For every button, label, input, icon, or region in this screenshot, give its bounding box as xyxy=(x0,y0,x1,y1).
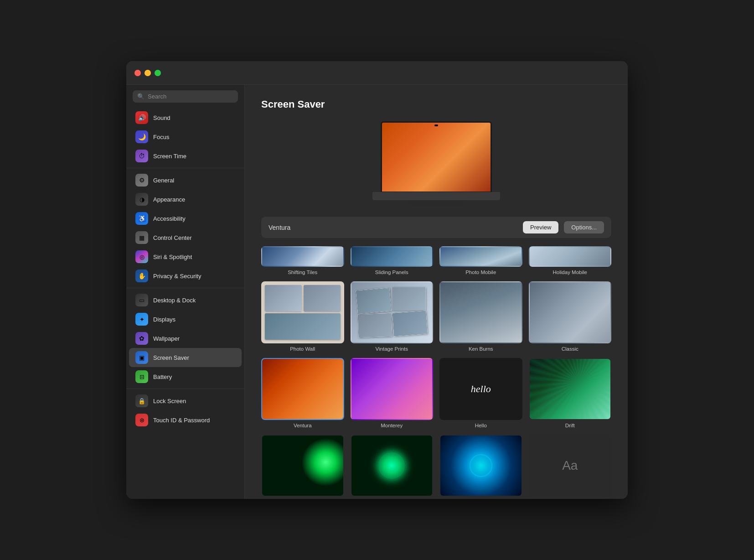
privacy-icon: ✋ xyxy=(135,270,148,282)
grid-item-photo-mobile[interactable]: Photo Mobile xyxy=(439,246,522,275)
sidebar-item-wallpaper[interactable]: ✿ Wallpaper xyxy=(129,329,242,348)
traffic-lights xyxy=(134,70,161,76)
screensaver-icon: ▣ xyxy=(135,351,148,364)
sidebar-item-label: Screen Saver xyxy=(153,354,189,361)
grid-item-monterey[interactable]: Monterey xyxy=(351,358,434,428)
search-box[interactable]: 🔍 Search xyxy=(133,90,238,103)
screentime-icon: ⏱ xyxy=(135,150,148,162)
arabesque-visual xyxy=(351,436,433,496)
sidebar-item-label: Accessibility xyxy=(153,215,186,222)
thumb-arabesque xyxy=(351,435,434,497)
grid-item-hello[interactable]: hello Hello xyxy=(439,358,522,428)
search-container: 🔍 Search xyxy=(126,90,244,108)
displays-icon: ✦ xyxy=(135,313,148,326)
sidebar-item-label: Touch ID & Password xyxy=(153,417,210,424)
thumb-photo-wall xyxy=(261,281,344,343)
thumb-monterey xyxy=(351,358,434,420)
lockscreen-icon: 🔒 xyxy=(135,394,148,407)
grid-item-label: Ken Burns xyxy=(469,346,493,352)
minimize-button[interactable] xyxy=(145,70,151,76)
grid-item-label: Classic xyxy=(562,346,578,352)
grid-item-arabesque[interactable]: Arabesque xyxy=(351,435,434,499)
sidebar-item-label: Displays xyxy=(153,316,176,323)
sidebar-item-general[interactable]: ⚙ General xyxy=(129,171,242,190)
sidebar-item-label: Control Center xyxy=(153,234,192,241)
options-button[interactable]: Options... xyxy=(564,221,604,233)
flurry-visual xyxy=(262,436,343,496)
sidebar-item-privacy[interactable]: ✋ Privacy & Security xyxy=(129,266,242,285)
sidebar: 🔍 Search 🔊 Sound 🌙 Focus ⏱ xyxy=(126,85,245,499)
grid-item-shifting-tiles[interactable]: Shifting Tiles xyxy=(261,246,344,275)
sidebar-item-label: Siri & Spotlight xyxy=(153,254,192,260)
sidebar-item-lockscreen[interactable]: 🔒 Lock Screen xyxy=(129,391,242,410)
touchid-icon: ⊛ xyxy=(135,414,148,426)
focus-icon: 🌙 xyxy=(135,130,148,143)
grid-item-sliding-panels[interactable]: Sliding Panels xyxy=(351,246,434,275)
thumb-sliding-panels xyxy=(351,246,434,267)
drift-visual xyxy=(530,359,611,419)
settings-window: 🔍 Search 🔊 Sound 🌙 Focus ⏱ xyxy=(126,61,628,499)
thumb-holiday-mobile xyxy=(529,246,612,267)
accessibility-icon: ♿ xyxy=(135,212,148,225)
grid-item-holiday-mobile[interactable]: Holiday Mobile xyxy=(529,246,612,275)
sidebar-item-desktop[interactable]: ▭ Desktop & Dock xyxy=(129,290,242,310)
sidebar-item-controlcenter[interactable]: ▦ Control Center xyxy=(129,228,242,247)
sidebar-divider xyxy=(126,168,244,168)
sidebar-item-label: Screen Time xyxy=(153,153,186,160)
hello-text-display: hello xyxy=(471,383,491,395)
preview-button[interactable]: Preview xyxy=(523,221,558,233)
grid-item-label: Sliding Panels xyxy=(375,270,408,275)
sidebar-item-screensaver[interactable]: ▣ Screen Saver xyxy=(129,348,242,367)
sidebar-item-screentime[interactable]: ⏱ Screen Time xyxy=(129,146,242,166)
thumb-shell xyxy=(439,435,522,497)
thumb-photo-mobile xyxy=(439,246,522,267)
sidebar-item-touchid[interactable]: ⊛ Touch ID & Password xyxy=(129,410,242,430)
thumb-vintage-prints xyxy=(351,281,434,343)
grid-item-label: Monterey xyxy=(381,423,403,428)
thumb-ken-burns xyxy=(439,281,522,343)
grid-item-shell[interactable]: Shell xyxy=(439,435,522,499)
search-icon: 🔍 xyxy=(137,93,145,100)
sidebar-item-label: Battery xyxy=(153,373,172,380)
shell-visual xyxy=(440,436,522,496)
window-content: 🔍 Search 🔊 Sound 🌙 Focus ⏱ xyxy=(126,85,628,499)
grid-item-vintage-prints[interactable]: Vintage Prints xyxy=(351,281,434,352)
grid-item-label: Hello xyxy=(475,423,487,428)
sidebar-item-accessibility[interactable]: ♿ Accessibility xyxy=(129,209,242,228)
grid-item-photo-wall[interactable]: Photo Wall xyxy=(261,281,344,352)
grid-item-label: Shifting Tiles xyxy=(288,270,317,275)
sidebar-item-label: Privacy & Security xyxy=(153,273,201,280)
laptop-screen xyxy=(381,121,492,193)
search-placeholder: Search xyxy=(148,93,166,100)
grid-item-flurry[interactable]: Flurry xyxy=(261,435,344,499)
close-button[interactable] xyxy=(134,70,141,76)
grid-item-drift[interactable]: Drift xyxy=(529,358,612,428)
maximize-button[interactable] xyxy=(155,70,161,76)
sidebar-item-appearance[interactable]: ◑ Appearance xyxy=(129,190,242,209)
message-aa-text: Aa xyxy=(562,458,578,473)
grid-item-label: Holiday Mobile xyxy=(553,270,587,275)
thumb-message: Aa xyxy=(529,435,612,497)
main-content: Screen Saver Ventura Preview Options... xyxy=(245,85,628,499)
sidebar-item-battery[interactable]: ⊟ Battery xyxy=(129,367,242,386)
grid-item-classic[interactable]: Classic xyxy=(529,281,612,352)
grid-item-ventura[interactable]: Ventura xyxy=(261,358,344,428)
desktop-icon: ▭ xyxy=(135,294,148,306)
sidebar-item-siri[interactable]: ◎ Siri & Spotlight xyxy=(129,247,242,266)
thumb-hello: hello xyxy=(439,358,522,420)
battery-icon: ⊟ xyxy=(135,370,148,383)
sidebar-item-label: Desktop & Dock xyxy=(153,297,196,304)
sidebar-divider-3 xyxy=(126,389,244,389)
top-partial-row: Shifting Tiles Sliding Panels Photo Mobi… xyxy=(261,246,611,275)
selected-saver-label: Ventura xyxy=(269,224,517,231)
shell-spiral xyxy=(470,454,492,477)
grid-item-message[interactable]: Aa Message xyxy=(529,435,612,499)
grid-item-ken-burns[interactable]: Ken Burns xyxy=(439,281,522,352)
preview-area xyxy=(261,121,611,206)
sidebar-item-sound[interactable]: 🔊 Sound xyxy=(129,108,242,127)
selector-bar: Ventura Preview Options... xyxy=(261,217,611,238)
grid-item-label: Drift xyxy=(565,423,575,428)
sidebar-item-label: Wallpaper xyxy=(153,335,180,342)
sidebar-item-focus[interactable]: 🌙 Focus xyxy=(129,127,242,146)
sidebar-item-displays[interactable]: ✦ Displays xyxy=(129,310,242,329)
